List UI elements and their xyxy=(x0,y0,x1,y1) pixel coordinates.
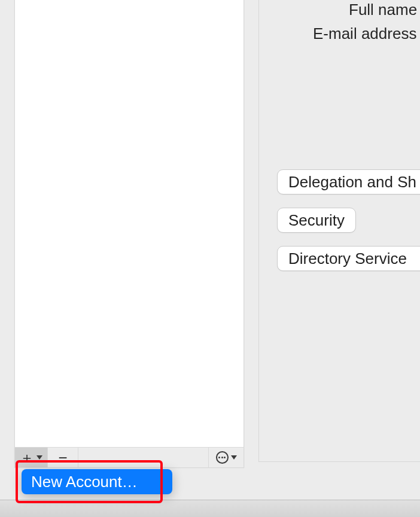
new-account-label: New Account… xyxy=(31,473,138,491)
sidebar-toolbar: ＋ − xyxy=(15,448,244,467)
delegation-sharing-button[interactable]: Delegation and Sh xyxy=(277,169,420,194)
security-label: Security xyxy=(288,211,345,230)
directory-service-button[interactable]: Directory Service xyxy=(277,246,420,271)
security-button[interactable]: Security xyxy=(277,208,356,233)
account-detail-panel: Full name E-mail address Delegation and … xyxy=(258,0,420,462)
actions-button[interactable] xyxy=(209,448,244,467)
email-label: E-mail address xyxy=(313,25,416,43)
chevron-down-icon xyxy=(231,455,237,460)
plus-icon: ＋ xyxy=(20,451,34,465)
chevron-down-icon xyxy=(36,455,42,460)
fullname-label: Full name xyxy=(349,1,417,19)
new-account-menu-item[interactable]: New Account… xyxy=(22,469,172,494)
accounts-sidebar: ＋ − xyxy=(14,0,244,468)
window-frame-bottom xyxy=(0,500,420,517)
delegation-sharing-label: Delegation and Sh xyxy=(288,173,416,191)
remove-account-button[interactable]: − xyxy=(48,448,78,467)
minus-icon: − xyxy=(58,450,67,466)
add-account-button[interactable]: ＋ xyxy=(15,448,48,467)
toolbar-spacer xyxy=(78,448,209,467)
ellipsis-circle-icon xyxy=(216,451,229,464)
accounts-list[interactable] xyxy=(15,0,244,448)
directory-service-label: Directory Service xyxy=(288,250,407,268)
